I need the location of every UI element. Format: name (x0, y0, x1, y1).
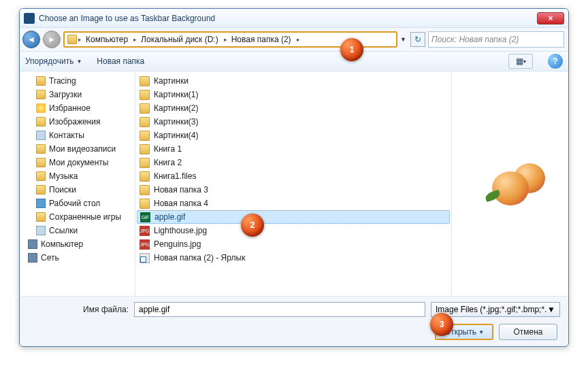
tree-item[interactable]: Ссылки (24, 224, 135, 237)
tree-item[interactable]: Загрузки (24, 88, 135, 101)
new-folder-button[interactable]: Новая папка (97, 56, 144, 66)
back-button[interactable]: ◄ (22, 31, 40, 48)
file-name: Книга 2 (154, 158, 182, 167)
file-icon (140, 90, 150, 100)
filename-input[interactable] (134, 302, 425, 317)
chevron-right-icon: ▸ (297, 36, 300, 43)
file-icon (140, 131, 150, 141)
tree-item[interactable]: Мои видеозаписи (24, 142, 135, 156)
tree-item-label: Мои видеозаписи (49, 144, 116, 154)
tree-item-icon (36, 90, 46, 99)
breadcrumb-segment[interactable]: Локальный диск (D:) (138, 35, 223, 44)
view-options-button[interactable]: ▦ ▾ (508, 54, 533, 69)
file-row[interactable]: Картинки(2) (137, 101, 450, 115)
refresh-button[interactable]: ↻ (410, 32, 425, 47)
file-icon (140, 144, 150, 154)
dropdown-icon[interactable]: ▼ (400, 36, 406, 43)
tree-item[interactable]: Сеть (24, 251, 135, 265)
file-row[interactable]: JPGLighthouse.jpg (137, 224, 450, 237)
file-type-filter[interactable]: Image Files (*.jpg;*.gif;*.bmp;*. ▼ (431, 302, 560, 317)
close-icon: × (548, 14, 553, 23)
tree-item-label: Компьютер (41, 239, 83, 249)
tree-item-label: Мои документы (49, 158, 108, 167)
chevron-right-icon: ▸ (133, 36, 137, 43)
filename-label: Имя файла: (28, 305, 129, 314)
tree-item-icon (36, 158, 46, 167)
tree-item-label: Сеть (41, 253, 59, 263)
arrow-left-icon: ◄ (27, 35, 35, 44)
close-button[interactable]: × (537, 12, 564, 24)
tree-item-label: Изображения (49, 117, 100, 127)
file-icon: GIF (140, 212, 150, 222)
chevron-down-icon: ▼ (76, 58, 82, 65)
tree-item-icon (36, 144, 46, 154)
tree-item-icon (36, 212, 46, 222)
file-name: Картинки(3) (154, 117, 199, 127)
window-title: Choose an Image to use as Taskbar Backgr… (39, 14, 537, 23)
file-row[interactable]: JPGPenguins.jpg (137, 237, 450, 251)
dialog-footer: Имя файла: Image Files (*.jpg;*.gif;*.bm… (20, 296, 568, 346)
annotation-3: 3 (430, 313, 453, 336)
file-row[interactable]: Картинки (137, 74, 450, 88)
file-name: Новая папка 3 (154, 185, 208, 195)
file-row[interactable]: Картинки(4) (137, 129, 450, 142)
tree-item-icon (36, 185, 46, 195)
tree-item-icon (36, 171, 46, 181)
arrow-right-icon: ► (48, 35, 56, 44)
file-name: Картинки (154, 76, 189, 86)
tree-item-icon (36, 117, 46, 127)
chevron-down-icon: ▼ (547, 305, 555, 314)
tree-item[interactable]: Поиски (24, 183, 135, 197)
search-input[interactable]: Поиск: Новая папка (2) (428, 31, 564, 48)
tree-item[interactable]: Контакты (24, 129, 135, 142)
tree-item-label: Сохраненные игры (49, 212, 121, 222)
file-icon (140, 76, 150, 86)
tree-item-icon (36, 76, 46, 86)
tree-item-icon (36, 131, 46, 140)
file-name: Картинки(1) (154, 90, 199, 99)
organize-menu[interactable]: Упорядочить ▼ (25, 56, 82, 66)
file-row[interactable]: Картинки(1) (137, 88, 450, 101)
tree-item-label: Загрузки (49, 90, 82, 99)
breadcrumb-segment[interactable]: Новая папка (2) (229, 35, 295, 44)
tree-item[interactable]: Избранное (24, 101, 135, 115)
tree-item[interactable]: Мои документы (24, 156, 135, 169)
file-row[interactable]: GIFapple.gif (137, 210, 450, 224)
file-row[interactable]: Новая папка (2) - Ярлык (137, 251, 450, 265)
file-name: Картинки(2) (154, 103, 199, 113)
tree-item-label: Избранное (49, 103, 91, 113)
tree-item[interactable]: Компьютер (24, 237, 135, 251)
chevron-down-icon: ▾ (523, 58, 526, 65)
file-row[interactable]: Новая папка 3 (137, 183, 450, 197)
chevron-right-icon: ▸ (224, 36, 227, 43)
breadcrumb-segment[interactable]: Компьютер (83, 35, 132, 44)
tree-item-label: Tracing (49, 76, 76, 86)
tree-item-icon (36, 226, 46, 235)
tree-item-label: Рабочий стол (49, 199, 100, 208)
file-row[interactable]: Книга 1 (137, 142, 450, 156)
file-icon (140, 199, 150, 209)
file-row[interactable]: Книга1.files (137, 169, 450, 183)
tree-item[interactable]: Рабочий стол (24, 197, 135, 210)
navigation-tree[interactable]: TracingЗагрузкиИзбранноеИзображенияКонта… (20, 71, 135, 296)
tree-item[interactable]: Изображения (24, 115, 135, 129)
file-row[interactable]: Книга 2 (137, 156, 450, 169)
tree-item[interactable]: Музыка (24, 169, 135, 183)
chevron-right-icon: ▸ (78, 36, 82, 43)
tree-item[interactable]: Tracing (24, 74, 135, 88)
file-icon (140, 103, 150, 114)
file-name: Penguins.jpg (154, 239, 201, 249)
toolbar: Упорядочить ▼ Новая папка ▦ ▾ ? (20, 51, 568, 71)
file-row[interactable]: Картинки(3) (137, 115, 450, 129)
file-list[interactable]: КартинкиКартинки(1)Картинки(2)Картинки(3… (135, 71, 451, 296)
file-name: Картинки(4) (154, 131, 199, 140)
forward-button[interactable]: ► (43, 31, 61, 48)
tree-item-icon (28, 253, 37, 263)
cancel-button[interactable]: Отмена (499, 324, 557, 340)
navigation-row: ◄ ► ▸ Компьютер ▸ Локальный диск (D:) ▸ … (20, 28, 568, 51)
help-button[interactable]: ? (548, 54, 563, 69)
file-row[interactable]: Новая папка 4 (137, 197, 450, 210)
title-bar: Choose an Image to use as Taskbar Backgr… (20, 9, 568, 28)
dialog-body: TracingЗагрузкиИзбранноеИзображенияКонта… (20, 71, 568, 296)
tree-item[interactable]: Сохраненные игры (24, 210, 135, 224)
